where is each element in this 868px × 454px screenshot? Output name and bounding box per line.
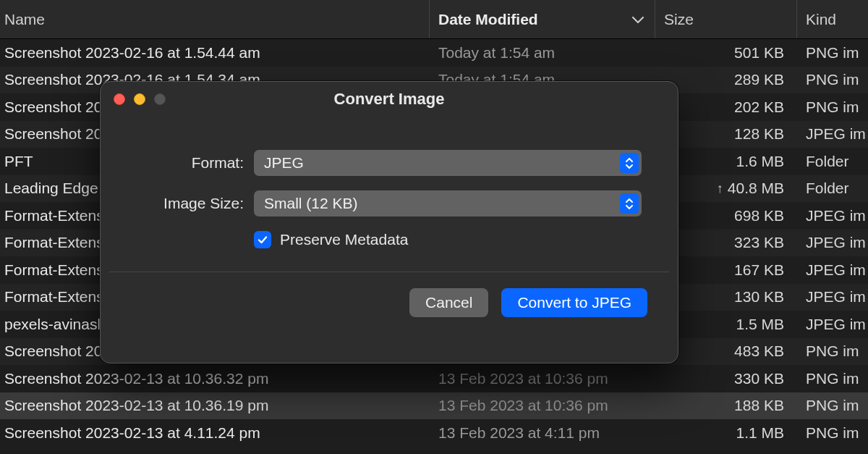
file-kind: JPEG im	[797, 207, 868, 224]
file-size-value: 1.1 MB	[736, 424, 784, 442]
format-label: Format:	[137, 154, 244, 172]
file-size-value: 1.5 MB	[736, 316, 784, 333]
file-size-value: 1.6 MB	[736, 153, 784, 170]
file-kind: PNG im	[797, 71, 868, 88]
file-kind: PNG im	[797, 397, 868, 414]
file-kind: JPEG im	[797, 261, 868, 279]
file-size-value: 167 KB	[734, 261, 784, 279]
convert-image-dialog: Convert Image Format: JPEG Image Size: S…	[100, 81, 678, 363]
file-name: Screenshot 2023-02-13 at 10.36.19 pm	[0, 397, 430, 414]
file-kind: Folder	[797, 180, 868, 197]
file-date: 13 Feb 2023 at 10:36 pm	[430, 370, 655, 387]
sort-descending-icon	[631, 15, 644, 24]
format-value: JPEG	[264, 154, 304, 172]
file-size-value: 202 KB	[734, 98, 784, 116]
select-stepper-icon	[620, 193, 639, 214]
file-kind: Folder	[797, 153, 868, 170]
convert-button[interactable]: Convert to JPEG	[501, 288, 647, 317]
window-close-button[interactable]	[114, 93, 125, 105]
cancel-button[interactable]: Cancel	[409, 288, 488, 317]
dialog-titlebar[interactable]: Convert Image	[101, 82, 678, 117]
image-size-label: Image Size:	[137, 195, 244, 212]
file-kind: PNG im	[797, 98, 868, 116]
file-kind: PNG im	[797, 44, 868, 62]
file-name: Screenshot 2023-02-13 at 10.36.32 pm	[0, 370, 430, 387]
column-header-date-label: Date Modified	[438, 11, 538, 28]
file-kind: PNG im	[797, 424, 868, 442]
file-size-value: 130 KB	[734, 288, 784, 306]
file-kind: PNG im	[797, 342, 868, 360]
column-header-name[interactable]: Name	[0, 0, 430, 38]
preserve-metadata-checkbox[interactable]	[254, 231, 271, 248]
format-row: Format: JPEG	[137, 150, 642, 176]
file-kind: PNG im	[797, 370, 868, 387]
window-controls	[114, 93, 166, 105]
preserve-metadata-row: Preserve Metadata	[254, 231, 642, 248]
file-kind: JPEG im	[797, 234, 868, 251]
file-size: ↑1.1 MB	[655, 424, 797, 442]
file-date: 13 Feb 2023 at 4:11 pm	[430, 424, 655, 442]
file-size-value: 323 KB	[734, 234, 784, 251]
table-row[interactable]: Screenshot 2023-02-13 at 10.36.19 pm13 F…	[0, 392, 868, 420]
dialog-footer: Cancel Convert to JPEG	[101, 272, 678, 317]
file-kind: JPEG im	[797, 288, 868, 306]
column-header-date-modified[interactable]: Date Modified	[430, 0, 655, 38]
dialog-title: Convert Image	[101, 90, 678, 109]
window-zoom-button	[154, 93, 166, 105]
file-date: Today at 1:54 am	[430, 44, 655, 62]
file-size-value: 188 KB	[734, 397, 784, 414]
file-kind: JPEG im	[797, 316, 868, 333]
window-minimize-button[interactable]	[134, 93, 145, 105]
table-row[interactable]: Screenshot 2023-02-13 at 4.11.24 pm13 Fe…	[0, 419, 868, 447]
column-header-row: Name Date Modified Size Kind	[0, 0, 868, 39]
preserve-metadata-label: Preserve Metadata	[280, 231, 408, 248]
file-size-value: 330 KB	[734, 370, 784, 387]
image-size-value: Small (12 KB)	[264, 195, 358, 212]
table-row[interactable]: Screenshot 2023-02-13 at 10.36.32 pm13 F…	[0, 365, 868, 392]
file-size-value: 483 KB	[734, 342, 784, 360]
upload-arrow-icon: ↑	[717, 181, 723, 196]
file-date: 13 Feb 2023 at 10:36 pm	[430, 397, 655, 414]
file-size-value: 698 KB	[734, 207, 784, 224]
image-size-select[interactable]: Small (12 KB)	[254, 190, 642, 217]
table-row[interactable]: Screenshot 2023-02-16 at 1.54.44 amToday…	[0, 39, 868, 67]
image-size-row: Image Size: Small (12 KB)	[137, 190, 642, 217]
column-header-size[interactable]: Size	[655, 0, 797, 38]
file-size: ↑188 KB	[655, 397, 797, 414]
file-size-value: 501 KB	[734, 44, 784, 62]
file-kind: JPEG im	[797, 125, 868, 143]
file-name: Screenshot 2023-02-16 at 1.54.44 am	[0, 44, 430, 62]
file-size-value: 128 KB	[734, 125, 784, 143]
file-size: ↑501 KB	[655, 44, 797, 62]
file-size: ↑330 KB	[655, 370, 797, 387]
column-header-kind[interactable]: Kind	[797, 0, 868, 38]
format-select[interactable]: JPEG	[254, 150, 642, 176]
dialog-form: Format: JPEG Image Size: Small (12 KB)	[101, 117, 678, 248]
file-size-value: 289 KB	[734, 71, 784, 88]
select-stepper-icon	[620, 153, 639, 173]
file-name: Screenshot 2023-02-13 at 4.11.24 pm	[0, 424, 430, 442]
file-size-value: 40.8 MB	[728, 180, 784, 197]
